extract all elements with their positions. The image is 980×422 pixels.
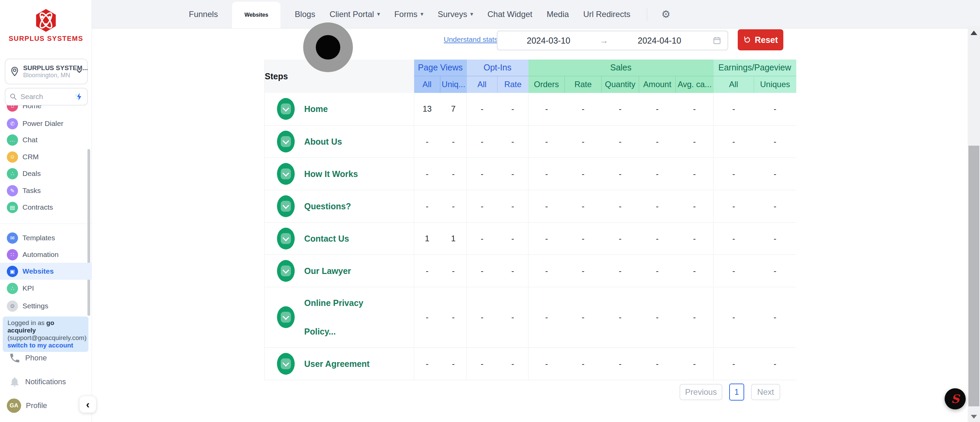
phone-dialer-icon: ✆ (7, 118, 18, 129)
col-header: All (714, 76, 754, 93)
sidebar-item-deals[interactable]: ∴ Deals (0, 165, 92, 182)
bell-icon (9, 376, 21, 388)
tab-label: Forms (395, 10, 417, 19)
tab-media[interactable]: Media (547, 10, 569, 19)
cell: - (754, 125, 796, 158)
col-header: Rate (565, 76, 601, 93)
tab-forms[interactable]: Forms▾ (395, 10, 424, 19)
step-envelope-icon (277, 260, 295, 282)
previous-page-button[interactable]: Previous (679, 384, 722, 400)
cell: - (467, 287, 498, 347)
sidebar-item-kpi[interactable]: ∴ KPI (0, 280, 92, 297)
sidebar-item-automation[interactable]: ∷ Automation (0, 246, 92, 263)
cell: - (601, 125, 639, 158)
sidebar-item-contracts[interactable]: ▤ Contracts (0, 199, 92, 216)
cell: - (528, 190, 565, 222)
search-icon (10, 93, 17, 100)
page-1-button[interactable]: 1 (729, 384, 744, 401)
cell: - (639, 287, 676, 347)
cell: - (639, 190, 676, 222)
cell: - (565, 158, 601, 190)
cell: - (565, 125, 601, 158)
cell: - (528, 347, 565, 380)
sidebar-item-chat[interactable]: … Chat (0, 131, 92, 148)
sidebar-item-label: Templates (22, 234, 55, 242)
scroll-up-arrow-icon[interactable] (970, 30, 977, 35)
cell: - (601, 255, 639, 287)
arrow-right-icon: → (600, 35, 608, 46)
cell: - (528, 287, 565, 347)
cell: - (676, 287, 714, 347)
cell: - (676, 93, 714, 125)
cell: - (528, 93, 565, 125)
search-input[interactable] (21, 92, 75, 101)
sidebar-item-notifications[interactable]: Notifications (0, 374, 92, 390)
sidebar-item-settings[interactable]: ⚙ Settings (0, 298, 92, 314)
icon-glyph: ✉ (10, 235, 14, 241)
date-from-input[interactable]: 2024-03-10 (498, 36, 600, 46)
cell: - (639, 125, 676, 158)
cell: - (565, 222, 601, 255)
gear-icon[interactable]: ⚙ (662, 8, 671, 20)
scroll-down-arrow-icon[interactable] (971, 415, 977, 419)
sidebar-collapse-button[interactable]: ‹ (79, 396, 96, 413)
cell: 1 (440, 222, 467, 255)
sidebar-item-websites[interactable]: ▣ Websites (0, 263, 92, 280)
date-range-picker[interactable]: 2024-03-10 → 2024-04-10 (497, 30, 728, 50)
cell: - (498, 222, 528, 255)
reset-label: Reset (755, 35, 778, 45)
sidebar-item-crm[interactable]: ☺ CRM (0, 148, 92, 166)
understand-stats-link[interactable]: Understand stats (444, 35, 498, 43)
cell: - (601, 222, 639, 255)
tab-websites[interactable]: Websites (232, 2, 280, 28)
reset-button[interactable]: Reset (738, 29, 783, 50)
sidebar-item-phone[interactable]: Phone (0, 350, 92, 366)
sidebar-item-label: Tasks (22, 186, 41, 195)
table-row: Contact Us 11--------- (265, 222, 796, 255)
cell: - (528, 255, 565, 287)
cell: - (414, 255, 440, 287)
cell: - (467, 347, 498, 380)
chevron-down-icon: ▾ (377, 11, 380, 18)
cell: - (714, 93, 754, 125)
tab-client-portal[interactable]: Client Portal▾ (329, 10, 380, 19)
tab-label: Client Portal (329, 10, 374, 19)
icon-glyph: ☺ (10, 154, 15, 160)
page-scrollbar[interactable] (968, 26, 980, 422)
sidebar-search[interactable] (5, 88, 88, 105)
step-link[interactable]: Online Privacy Policy... (304, 288, 372, 346)
tab-blogs[interactable]: Blogs (295, 10, 315, 19)
tab-chat-widget[interactable]: Chat Widget (487, 10, 532, 19)
cell: - (565, 255, 601, 287)
cell: - (601, 93, 639, 125)
sidebar-item-power-dialer[interactable]: ✆ Power Dialer (0, 115, 92, 132)
cell: - (414, 190, 440, 222)
step-link[interactable]: User Agreement (304, 359, 369, 369)
step-link[interactable]: Our Lawyer (304, 266, 351, 276)
step-link[interactable]: How It Works (304, 169, 358, 179)
location-selector[interactable]: SURPLUS SYSTEM... Bloomington, MN (5, 59, 88, 84)
tab-url-redirects[interactable]: Url Redirects (583, 10, 630, 19)
sidebar-item-tasks[interactable]: ✎ Tasks (0, 182, 92, 199)
next-page-button[interactable]: Next (751, 384, 780, 400)
cell: - (754, 93, 796, 125)
sidebar-item-templates[interactable]: ✉ Templates (0, 229, 92, 247)
step-link[interactable]: Questions? (304, 201, 351, 211)
date-to-input[interactable]: 2024-04-10 (608, 36, 711, 46)
tab-surveys[interactable]: Surveys▾ (438, 10, 473, 19)
switch-account-link[interactable]: switch to my account (8, 342, 73, 349)
step-link[interactable]: Home (304, 104, 328, 114)
network-nodes-icon: ∴ (7, 168, 18, 179)
sidebar-item-profile[interactable]: GA Profile (0, 398, 92, 414)
tab-funnels[interactable]: Funnels (189, 10, 218, 19)
cell: - (467, 93, 498, 125)
camera-bubble-overlay[interactable] (303, 22, 353, 72)
scrollbar-thumb[interactable] (969, 146, 979, 406)
chat-widget-bubble[interactable]: S (945, 388, 966, 409)
cell: - (676, 125, 714, 158)
cell: - (414, 347, 440, 380)
icon-glyph: ∴ (11, 285, 14, 291)
step-link[interactable]: Contact Us (304, 234, 349, 244)
table-row: About Us ----------- (265, 125, 796, 158)
step-link[interactable]: About Us (304, 137, 342, 147)
